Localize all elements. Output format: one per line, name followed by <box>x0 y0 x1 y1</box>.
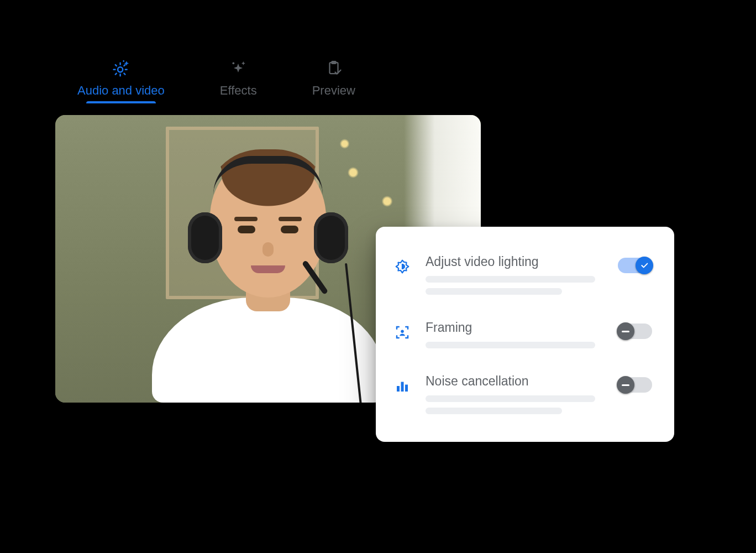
tab-audio-video[interactable]: Audio and video <box>77 58 165 103</box>
sparkles-icon <box>228 58 248 78</box>
svg-rect-8 <box>405 385 408 392</box>
toggle-knob <box>636 257 653 274</box>
toggle-adjust-lighting[interactable] <box>618 258 652 273</box>
svg-point-0 <box>118 67 123 72</box>
tab-preview[interactable]: Preview <box>312 58 355 103</box>
setting-title: Noise cancellation <box>426 374 610 389</box>
equalizer-icon <box>393 377 411 395</box>
svg-point-2 <box>233 62 235 64</box>
settings-tabs: Audio and video Effects Preview <box>77 58 355 103</box>
tab-label: Preview <box>312 84 355 98</box>
clipboard-check-icon <box>324 58 344 78</box>
setting-adjust-lighting: Adjust video lighting <box>393 247 657 308</box>
toggle-knob <box>617 376 634 394</box>
placeholder-line <box>426 342 595 348</box>
svg-rect-6 <box>397 386 400 392</box>
placeholder-line <box>426 288 562 295</box>
setting-noise-cancellation: Noise cancellation <box>393 366 657 427</box>
setting-title: Framing <box>426 320 610 335</box>
tab-effects[interactable]: Effects <box>220 58 257 103</box>
setting-framing: Framing <box>393 312 657 362</box>
svg-point-1 <box>123 60 124 62</box>
toggle-framing[interactable] <box>618 324 652 339</box>
setting-title: Adjust video lighting <box>426 254 610 269</box>
toggle-knob <box>617 322 634 340</box>
audio-video-settings-panel: Adjust video lighting Framing <box>376 227 674 442</box>
tab-label: Effects <box>220 84 257 98</box>
svg-point-5 <box>401 330 404 333</box>
svg-rect-7 <box>401 382 404 392</box>
placeholder-line <box>426 276 595 283</box>
placeholder-line <box>426 408 562 414</box>
tab-label: Audio and video <box>77 84 165 98</box>
placeholder-line <box>426 395 595 402</box>
frame-person-icon <box>393 324 411 341</box>
preview-person <box>152 148 384 403</box>
toggle-noise-cancellation[interactable] <box>618 377 652 393</box>
gear-sparkle-icon <box>111 58 131 78</box>
brightness-icon <box>393 258 411 275</box>
